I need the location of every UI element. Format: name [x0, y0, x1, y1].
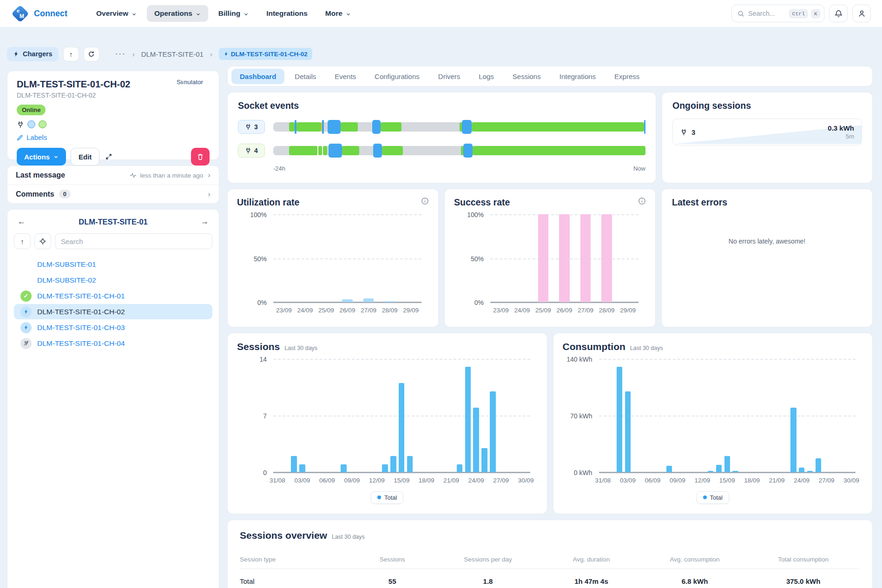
utilization-rate-card: Utilization rate 0%50%100%23/0924/0925/0… — [227, 189, 439, 327]
consumption-chart-card: Consumption Last 30 days 0 kWh70 kWh140 … — [553, 333, 873, 514]
tree-item-label: DLM-TEST-SITE-01-CH-02 — [37, 308, 125, 316]
connector-status-row — [17, 120, 210, 128]
tab-events[interactable]: Events — [326, 69, 364, 84]
bar — [816, 458, 821, 472]
tree-item-dlm-test-site-01-ch-01[interactable]: ✓DLM-TEST-SITE-01-CH-01 — [14, 288, 212, 304]
ongoing-session-item[interactable]: 3 0.3 kWh 5m — [672, 119, 862, 145]
tab-sessions[interactable]: Sessions — [504, 69, 549, 84]
breadcrumb-current[interactable]: DLM-TEST-SITE-01-CH-02 — [219, 48, 312, 60]
main-panel: DashboardDetailsEventsConfigurationsDriv… — [227, 66, 873, 588]
tab-logs[interactable]: Logs — [470, 69, 502, 84]
chart-subtitle: Last 30 days — [630, 345, 663, 351]
charger-card: DLM-TEST-SITE-01-CH-02 DLM-TEST-SITE-01-… — [7, 71, 219, 160]
bar — [399, 383, 404, 472]
sessions-overview-title: Sessions overview — [240, 530, 327, 541]
comments-row[interactable]: Comments 0 › — [7, 185, 219, 203]
global-search[interactable]: Ctrl K — [731, 5, 824, 22]
socket-events-title: Socket events — [238, 100, 645, 111]
connector-1-dot[interactable] — [27, 120, 35, 128]
socket-4-timeline[interactable] — [273, 146, 645, 155]
scroll-top-button[interactable]: ↑ — [63, 47, 79, 61]
timeline-segment-green — [382, 146, 403, 155]
socket-4-label[interactable]: 4 — [238, 144, 265, 158]
tab-configurations[interactable]: Configurations — [366, 69, 428, 84]
chevron-down-icon — [346, 12, 351, 17]
nav-item-operations[interactable]: Operations — [147, 5, 208, 22]
chargers-pill[interactable]: Chargers — [7, 47, 59, 61]
nav-item-overview[interactable]: Overview — [89, 5, 144, 22]
tab-integrations[interactable]: Integrations — [551, 69, 604, 84]
timeline-segment-green — [289, 146, 317, 155]
tree-search-input[interactable] — [55, 233, 212, 249]
nav-item-more[interactable]: More — [318, 5, 358, 22]
breadcrumb-current-label: DLM-TEST-SITE-01-CH-02 — [231, 51, 308, 58]
info-icon[interactable] — [421, 197, 429, 205]
delete-button[interactable] — [191, 148, 210, 165]
notifications-button[interactable] — [829, 5, 848, 22]
timeline-segment-green — [323, 146, 327, 155]
last-message-row[interactable]: Last message less than a minute ago › — [7, 166, 219, 185]
tab-drivers[interactable]: Drivers — [430, 69, 469, 84]
y-axis-tick: 50% — [254, 255, 267, 263]
socket-3-timeline[interactable] — [273, 122, 645, 132]
lightning-icon — [20, 322, 32, 333]
actions-label: Actions — [24, 153, 50, 161]
tree-locate-button[interactable] — [34, 233, 51, 249]
nav-item-billing[interactable]: Billing — [211, 5, 256, 22]
bar — [342, 299, 353, 302]
bar — [390, 456, 396, 472]
latest-errors-card: Latest errors No errors lately, awesome! — [661, 189, 873, 327]
tree-up-button[interactable]: ↑ — [14, 233, 31, 249]
sessions-chart-card: Sessions Last 30 days 071431/0803/0906/0… — [227, 333, 547, 514]
socket-number: 4 — [254, 147, 258, 154]
arrow-up-icon: ↑ — [69, 50, 73, 58]
x-axis-tick: 24/09 — [514, 307, 530, 314]
brand[interactable]: eM Connect — [11, 6, 67, 22]
legend-item-total[interactable]: Total — [371, 491, 403, 504]
site-tree-list: DLM-SUBSITE-01DLM-SUBSITE-02✓DLM-TEST-SI… — [14, 257, 212, 351]
refresh-button[interactable] — [84, 47, 99, 61]
tree-forward-button[interactable]: → — [201, 217, 209, 226]
breadcrumb-parent[interactable]: DLM-TEST-SITE-01 — [141, 50, 204, 58]
no-errors-message: No errors lately, awesome! — [672, 238, 862, 245]
gridline: 50% — [273, 258, 421, 259]
actions-button[interactable]: Actions — [17, 148, 66, 165]
nav-item-integrations[interactable]: Integrations — [259, 5, 315, 22]
legend-item-total[interactable]: Total — [697, 491, 729, 504]
socket-3-label[interactable]: 3 — [238, 120, 265, 134]
bar — [799, 468, 804, 472]
edit-button[interactable]: Edit — [71, 148, 99, 165]
timeline-segment-blue — [329, 144, 342, 158]
tab-express[interactable]: Express — [606, 69, 648, 84]
x-axis-tick: 15/09 — [719, 477, 735, 484]
info-icon[interactable] — [638, 197, 646, 205]
labels-link[interactable]: Labels — [17, 133, 210, 141]
search-input[interactable] — [748, 10, 785, 17]
nav-right: Ctrl K — [731, 5, 871, 22]
breadcrumb-ellipsis[interactable]: ··· — [115, 49, 126, 59]
connector-2-dot[interactable] — [39, 120, 46, 128]
tree-item-dlm-subsite-01[interactable]: DLM-SUBSITE-01 — [14, 257, 212, 272]
bar — [666, 466, 672, 472]
bar — [716, 465, 722, 472]
latest-errors-title: Latest errors — [672, 197, 862, 208]
socket-number: 3 — [254, 123, 258, 131]
tree-item-dlm-test-site-01-ch-03[interactable]: DLM-TEST-SITE-01-CH-03 — [14, 320, 212, 335]
timeline-segment-blue-thin — [644, 120, 645, 134]
account-button[interactable] — [852, 5, 871, 22]
timeline-segment-blue — [462, 120, 472, 134]
tree-item-dlm-test-site-01-ch-02[interactable]: DLM-TEST-SITE-01-CH-02 — [14, 304, 212, 319]
tree-back-button[interactable]: ← — [18, 217, 26, 226]
timeline-segment-gray-thin — [317, 146, 318, 155]
x-axis-tick: 26/09 — [557, 307, 573, 314]
chevron-right-icon: › — [208, 190, 211, 199]
tree-item-dlm-test-site-01-ch-04[interactable]: DLM-TEST-SITE-01-CH-04 — [14, 336, 212, 351]
tab-dashboard[interactable]: Dashboard — [231, 69, 284, 84]
last-message-label: Last message — [16, 171, 65, 179]
tree-site-title[interactable]: DLM-TEST-SITE-01 — [26, 218, 201, 226]
y-axis-tick: 50% — [471, 255, 484, 263]
tree-item-label: DLM-SUBSITE-01 — [37, 260, 96, 269]
tab-details[interactable]: Details — [286, 69, 324, 84]
tree-item-dlm-subsite-02[interactable]: DLM-SUBSITE-02 — [14, 272, 212, 288]
expand-icon[interactable] — [105, 153, 112, 160]
